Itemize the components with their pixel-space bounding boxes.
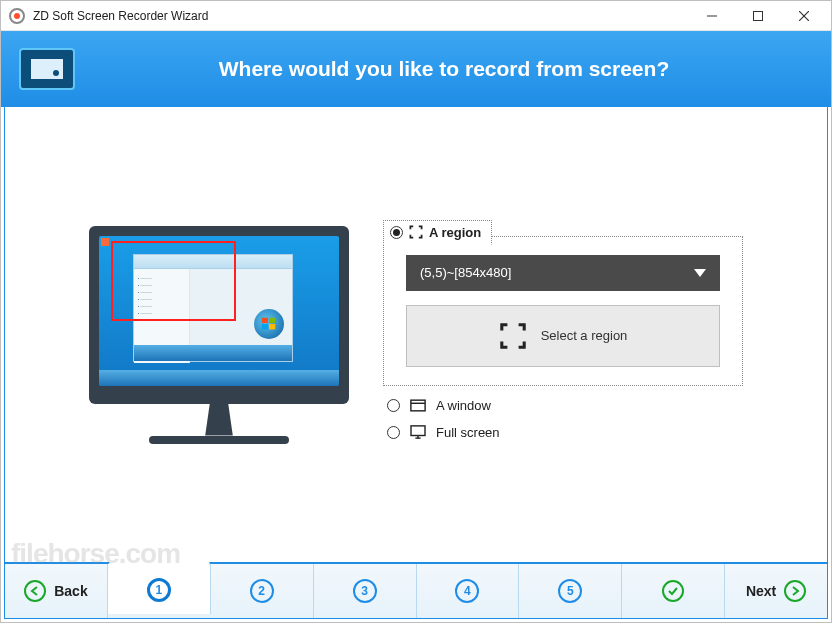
fullscreen-option-row[interactable]: Full screen bbox=[383, 425, 743, 440]
content: ▪ ────▪ ────▪ ────▪ ────▪ ────▪ ──── bbox=[4, 107, 828, 563]
select-region-label: Select a region bbox=[541, 328, 628, 343]
svg-rect-7 bbox=[269, 324, 275, 329]
maximize-button[interactable] bbox=[735, 1, 781, 31]
svg-rect-10 bbox=[411, 426, 425, 436]
step-5-number: 5 bbox=[558, 579, 582, 603]
step-finish[interactable] bbox=[622, 564, 725, 618]
next-button[interactable]: Next bbox=[725, 564, 827, 618]
windows-logo-icon bbox=[254, 309, 284, 339]
region-size-combo[interactable]: (5,5)~[854x480] bbox=[406, 255, 720, 291]
title-bar: ZD Soft Screen Recorder Wizard bbox=[1, 1, 831, 31]
step-2[interactable]: 2 bbox=[211, 564, 314, 618]
options-panel: A region (5,5)~[854x480] Select a regio bbox=[383, 230, 743, 440]
step-1[interactable]: 1 bbox=[108, 559, 211, 614]
app-window: ZD Soft Screen Recorder Wizard Where wou… bbox=[0, 0, 832, 623]
banner-icon bbox=[19, 48, 75, 90]
step-2-number: 2 bbox=[250, 579, 274, 603]
back-arrow-icon bbox=[24, 580, 46, 602]
region-panel: (5,5)~[854x480] Select a region bbox=[383, 236, 743, 386]
svg-rect-4 bbox=[262, 317, 268, 322]
step-3[interactable]: 3 bbox=[314, 564, 417, 618]
svg-rect-1 bbox=[754, 11, 763, 20]
window-title: ZD Soft Screen Recorder Wizard bbox=[33, 9, 208, 23]
window-icon bbox=[410, 399, 426, 412]
main-area: ▪ ────▪ ────▪ ────▪ ────▪ ────▪ ──── bbox=[5, 107, 827, 562]
window-option-row[interactable]: A window bbox=[383, 398, 743, 413]
next-arrow-icon bbox=[784, 580, 806, 602]
select-region-icon bbox=[499, 322, 527, 350]
fullscreen-radio[interactable] bbox=[387, 426, 400, 439]
banner: Where would you like to record from scre… bbox=[1, 31, 831, 107]
svg-rect-8 bbox=[411, 400, 425, 411]
region-size-value: (5,5)~[854x480] bbox=[420, 265, 511, 280]
select-region-button[interactable]: Select a region bbox=[406, 305, 720, 367]
region-label: A region bbox=[429, 225, 481, 240]
fullscreen-icon bbox=[410, 425, 426, 439]
step-4[interactable]: 4 bbox=[417, 564, 520, 618]
check-icon bbox=[662, 580, 684, 602]
step-5[interactable]: 5 bbox=[519, 564, 622, 618]
monitor-illustration: ▪ ────▪ ────▪ ────▪ ────▪ ────▪ ──── bbox=[79, 226, 359, 444]
step-1-number: 1 bbox=[147, 578, 171, 602]
app-icon bbox=[9, 8, 25, 24]
svg-rect-6 bbox=[262, 324, 268, 329]
back-button[interactable]: Back bbox=[5, 564, 108, 618]
next-label: Next bbox=[746, 583, 776, 599]
region-option-tab[interactable]: A region bbox=[383, 220, 492, 245]
back-label: Back bbox=[54, 583, 87, 599]
region-icon bbox=[409, 225, 423, 239]
window-label: A window bbox=[436, 398, 491, 413]
window-radio[interactable] bbox=[387, 399, 400, 412]
svg-rect-5 bbox=[269, 317, 275, 322]
banner-title: Where would you like to record from scre… bbox=[75, 57, 813, 81]
minimize-button[interactable] bbox=[689, 1, 735, 31]
window-buttons bbox=[689, 1, 827, 31]
region-radio[interactable] bbox=[390, 226, 403, 239]
step-4-number: 4 bbox=[455, 579, 479, 603]
fullscreen-label: Full screen bbox=[436, 425, 500, 440]
step-3-number: 3 bbox=[353, 579, 377, 603]
close-button[interactable] bbox=[781, 1, 827, 31]
dropdown-arrow-icon bbox=[694, 269, 706, 277]
step-bar: Back 1 2 3 4 5 Next bbox=[4, 563, 828, 619]
